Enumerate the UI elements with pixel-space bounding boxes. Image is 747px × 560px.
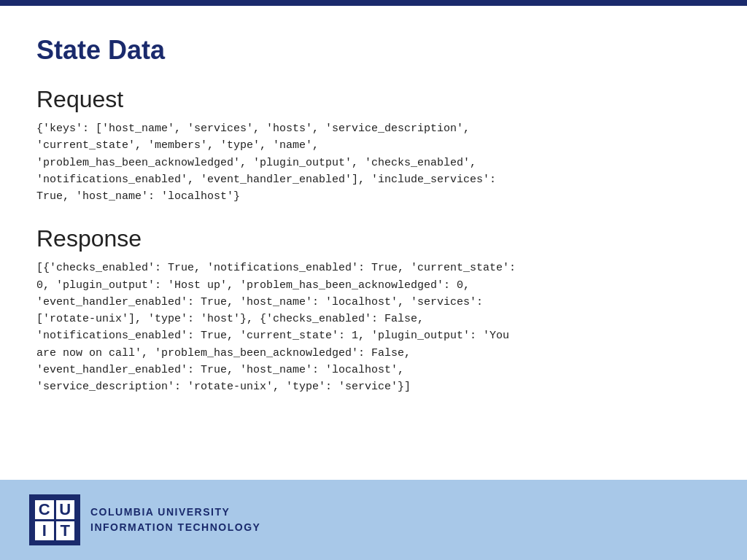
logo-cell-u: U	[56, 500, 75, 519]
request-section-title: Request	[36, 86, 711, 113]
logo-cell-i: I	[35, 521, 54, 540]
response-code-block: [{'checks_enabled': True, 'notifications…	[36, 260, 711, 395]
page-title: State Data	[36, 35, 711, 66]
org-line2: INFORMATION TECHNOLOGY	[90, 520, 260, 535]
main-content: State Data Request {'keys': ['host_name'…	[0, 6, 747, 480]
footer: C U I T COLUMBIA UNIVERSITY INFORMATION …	[0, 480, 747, 560]
response-section-title: Response	[36, 225, 711, 252]
logo-cell-t: T	[56, 521, 75, 540]
org-line1: COLUMBIA UNIVERSITY	[90, 505, 260, 520]
logo-text: COLUMBIA UNIVERSITY INFORMATION TECHNOLO…	[90, 505, 260, 535]
request-code-block: {'keys': ['host_name', 'services', 'host…	[36, 120, 711, 205]
logo-cell-c: C	[35, 500, 54, 519]
top-bar	[0, 0, 747, 6]
logo-box: C U I T	[29, 494, 80, 545]
logo-container: C U I T COLUMBIA UNIVERSITY INFORMATION …	[29, 494, 260, 545]
